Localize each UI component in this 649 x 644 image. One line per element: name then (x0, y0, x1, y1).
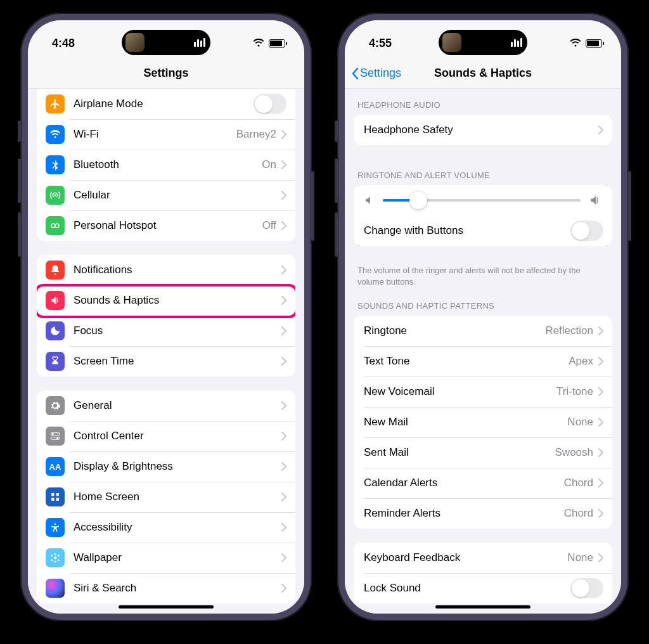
row-bluetooth[interactable]: Bluetooth On (37, 150, 295, 180)
chevron-right-icon (598, 418, 603, 427)
back-label: Settings (360, 67, 401, 80)
row-wallpaper[interactable]: Wallpaper (37, 543, 295, 573)
row-sounds-haptics[interactable]: Sounds & Haptics (37, 285, 295, 316)
chevron-right-icon (281, 523, 286, 532)
status-time: 4:48 (52, 37, 75, 50)
volume-slider[interactable] (383, 199, 581, 202)
row-label: Lock Sound (364, 582, 570, 595)
home-indicator[interactable] (435, 605, 530, 609)
row-label: New Voicemail (364, 385, 556, 398)
chevron-right-icon (281, 296, 286, 305)
row-cellular[interactable]: Cellular (37, 180, 295, 210)
row-label: Personal Hotspot (74, 219, 262, 232)
row-reminder-alerts[interactable]: Reminder Alerts Chord (354, 498, 612, 529)
display-icon: AA (46, 457, 65, 476)
row-label: Reminder Alerts (364, 507, 564, 520)
svg-point-10 (55, 523, 56, 525)
chevron-right-icon (598, 357, 603, 366)
row-value: Apex (569, 355, 593, 368)
row-value: Barney2 (236, 128, 276, 141)
row-label: Calendar Alerts (364, 477, 564, 489)
hourglass-icon (46, 352, 65, 371)
row-text-tone[interactable]: Text Tone Apex (354, 346, 612, 377)
row-focus[interactable]: Focus (37, 316, 295, 346)
wifi-status-icon (570, 39, 581, 48)
section-footer-volume: The volume of the ringer and alerts will… (345, 260, 621, 290)
row-value: Tri-tone (556, 385, 593, 398)
row-label: Focus (74, 325, 281, 337)
svg-rect-6 (51, 493, 55, 496)
row-ringtone[interactable]: Ringtone Reflection (354, 316, 612, 346)
phone-right: 4:55 Settings Sounds & Haptics HEADPHONE… (337, 13, 629, 621)
row-headphone-safety[interactable]: Headphone Safety (354, 115, 612, 145)
group-headphone: Headphone Safety (354, 115, 612, 145)
svg-point-1 (55, 224, 59, 228)
row-label: General (74, 399, 281, 412)
row-lock-sound[interactable]: Lock Sound (354, 573, 612, 603)
row-label: Control Center (74, 430, 281, 442)
chevron-right-icon (598, 479, 603, 487)
chevron-right-icon (281, 462, 286, 471)
svg-rect-8 (51, 498, 55, 501)
row-label: Airplane Mode (74, 98, 254, 110)
row-control-center[interactable]: Control Center (37, 421, 295, 451)
home-indicator[interactable] (119, 605, 214, 609)
chevron-right-icon (281, 160, 286, 169)
svg-point-5 (56, 437, 58, 439)
row-value: None (567, 416, 593, 428)
chevron-right-icon (281, 221, 286, 230)
chevron-right-icon (281, 266, 286, 274)
row-label: Wallpaper (74, 551, 281, 564)
row-new-voicemail[interactable]: New Voicemail Tri-tone (354, 377, 612, 407)
row-value: None (567, 551, 593, 564)
row-display[interactable]: AA Display & Brightness (37, 451, 295, 482)
volume-slider-row[interactable] (354, 185, 612, 216)
chevron-right-icon (281, 553, 286, 562)
chevron-right-icon (598, 509, 603, 518)
row-hotspot[interactable]: Personal Hotspot Off (37, 210, 295, 241)
siri-icon (46, 579, 65, 598)
chevron-right-icon (281, 493, 286, 501)
row-value: On (262, 158, 276, 171)
row-label: Display & Brightness (74, 460, 281, 473)
row-home-screen[interactable]: Home Screen (37, 482, 295, 512)
row-accessibility[interactable]: Accessibility (37, 512, 295, 543)
row-change-buttons[interactable]: Change with Buttons (354, 216, 612, 246)
chevron-right-icon (281, 130, 286, 139)
row-wifi[interactable]: Wi-Fi Barney2 (37, 119, 295, 150)
chevron-right-icon (281, 357, 286, 366)
row-label: Sent Mail (364, 446, 555, 459)
row-new-mail[interactable]: New Mail None (354, 407, 612, 437)
section-header-headphone: HEADPHONE AUDIO (345, 89, 621, 115)
status-time: 4:55 (369, 37, 392, 50)
row-value: Swoosh (555, 446, 593, 459)
row-general[interactable]: General (37, 390, 295, 421)
dynamic-island (122, 30, 210, 55)
group-ringtone-volume: Change with Buttons (354, 185, 612, 246)
page-title: Sounds & Haptics (434, 67, 532, 80)
chevron-right-icon (281, 432, 286, 441)
dynamic-island (439, 30, 527, 55)
settings-group-general: General Control Center AA Display & Brig… (37, 390, 295, 603)
toggle-lock-sound[interactable] (570, 578, 603, 598)
settings-group-notifications: Notifications Sounds & Haptics Focus (37, 255, 295, 377)
back-button[interactable]: Settings (351, 67, 401, 80)
hotspot-icon (46, 216, 65, 235)
chevron-right-icon (598, 553, 603, 562)
row-notifications[interactable]: Notifications (37, 255, 295, 285)
row-calendar-alerts[interactable]: Calendar Alerts Chord (354, 468, 612, 498)
row-sent-mail[interactable]: Sent Mail Swoosh (354, 437, 612, 468)
row-airplane-mode[interactable]: Airplane Mode (37, 89, 295, 119)
row-keyboard-feedback[interactable]: Keyboard Feedback None (354, 543, 612, 573)
toggle-change-buttons[interactable] (570, 221, 603, 241)
row-siri[interactable]: Siri & Search (37, 573, 295, 603)
chevron-right-icon (598, 387, 603, 396)
moon-icon (46, 321, 65, 340)
grid-icon (46, 487, 65, 506)
group-keyboard: Keyboard Feedback None Lock Sound (354, 543, 612, 603)
row-label: Home Screen (74, 491, 281, 503)
toggle-airplane[interactable] (254, 94, 286, 114)
row-label: Bluetooth (74, 158, 262, 171)
svg-point-11 (54, 557, 57, 560)
row-screen-time[interactable]: Screen Time (37, 346, 295, 377)
